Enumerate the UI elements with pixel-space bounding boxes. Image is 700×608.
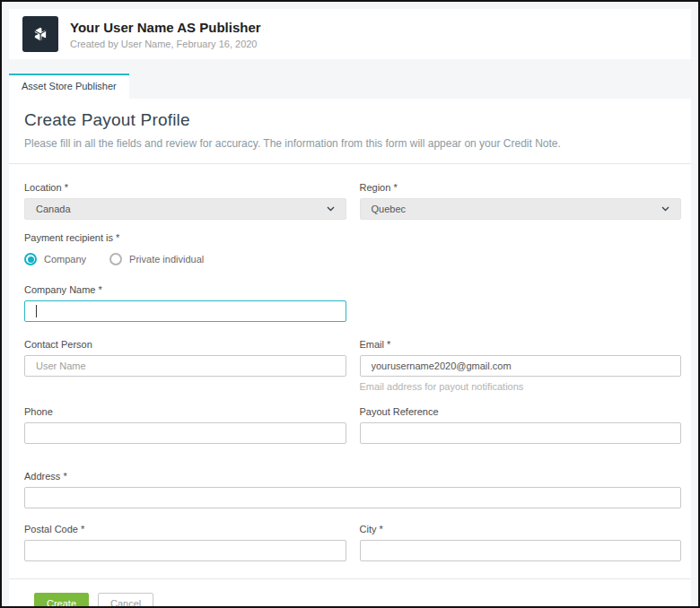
region-field-group: Region * Quebec (360, 182, 682, 220)
create-button[interactable]: Create (34, 593, 89, 608)
panel-intro: Create Payout Profile Please fill in all… (9, 99, 691, 163)
contact-person-input[interactable] (24, 355, 346, 377)
payment-recipient-label: Payment recipient is * (24, 232, 681, 243)
region-selected-value: Quebec (372, 204, 407, 214)
publisher-portal-page: { "header": { "title": "Your User Name A… (0, 0, 700, 608)
publisher-subtitle: Created by User Name, February 16, 2020 (70, 39, 261, 49)
postal-code-field-group: Postal Code * (24, 524, 346, 561)
payout-reference-input[interactable] (360, 422, 682, 444)
city-label: City * (360, 524, 682, 534)
email-label: Email * (360, 339, 682, 350)
chevron-down-icon (327, 206, 335, 212)
postal-code-label: Postal Code * (24, 524, 346, 534)
payment-recipient-group: Payment recipient is * Company Private i… (24, 232, 681, 265)
payment-recipient-radios: Company Private individual (24, 253, 681, 265)
email-helper-text: Email address for payout notifications (360, 381, 682, 392)
form-actions: Create Cancel (9, 579, 691, 608)
chevron-down-icon (661, 206, 669, 212)
location-selected-value: Canada (36, 204, 71, 214)
email-field-group: Email * Email address for payout notific… (360, 339, 682, 392)
publisher-header: Your User Name AS Publisher Created by U… (9, 9, 691, 59)
unity-logo-icon (22, 16, 58, 52)
email-input[interactable] (360, 355, 682, 377)
company-name-label: Company Name * (24, 284, 681, 295)
create-payout-profile-panel: Create Payout Profile Please fill in all… (9, 99, 691, 608)
contact-person-label: Contact Person (24, 339, 346, 350)
city-field-group: City * (360, 524, 682, 561)
company-name-input[interactable] (24, 300, 346, 322)
page-description: Please fill in all the fields and review… (24, 137, 676, 150)
publisher-title: Your User Name AS Publisher (70, 20, 261, 36)
city-input[interactable] (360, 540, 682, 561)
payout-reference-field-group: Payout Reference (360, 406, 682, 444)
tab-asset-store-publisher[interactable]: Asset Store Publisher (9, 74, 129, 99)
radio-unselected-icon (109, 253, 122, 265)
company-name-field-group: Company Name * (24, 284, 681, 322)
region-label: Region * (360, 182, 682, 193)
address-field-group: Address * (24, 471, 681, 508)
address-label: Address * (24, 471, 681, 482)
tab-bar: Asset Store Publisher (9, 74, 691, 99)
cancel-button[interactable]: Cancel (98, 593, 153, 608)
region-select[interactable]: Quebec (360, 198, 682, 220)
radio-private-individual-label: Private individual (129, 254, 204, 265)
address-input[interactable] (24, 487, 681, 508)
phone-label: Phone (24, 406, 346, 417)
payout-reference-label: Payout Reference (360, 406, 682, 417)
payout-profile-form: Location * Canada Region * Quebec (9, 164, 691, 578)
phone-field-group: Phone (24, 406, 346, 444)
postal-code-input[interactable] (24, 540, 346, 561)
text-cursor (36, 305, 37, 317)
location-label: Location * (24, 182, 346, 193)
radio-private-individual[interactable]: Private individual (109, 253, 204, 265)
radio-selected-icon (24, 253, 37, 265)
company-name-input-wrap (24, 300, 346, 322)
location-field-group: Location * Canada (24, 182, 346, 220)
location-select[interactable]: Canada (24, 198, 346, 220)
radio-company-label: Company (44, 254, 86, 265)
phone-input[interactable] (24, 422, 346, 444)
page-title: Create Payout Profile (24, 110, 676, 130)
contact-person-field-group: Contact Person (24, 339, 346, 392)
header-text-block: Your User Name AS Publisher Created by U… (70, 20, 261, 49)
radio-company[interactable]: Company (24, 253, 86, 265)
